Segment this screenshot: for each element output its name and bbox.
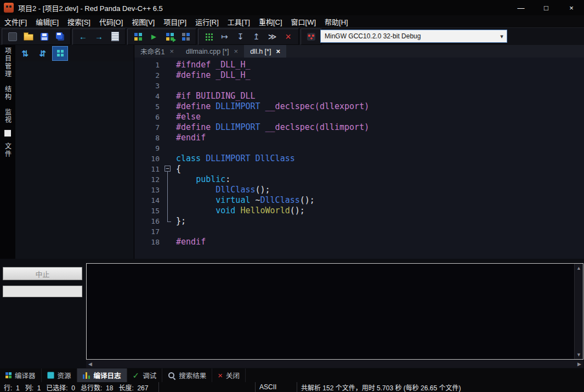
close-button[interactable]: × bbox=[559, 0, 584, 15]
step-over-icon: ↦ bbox=[221, 32, 228, 41]
debug-button[interactable] bbox=[201, 30, 217, 43]
menu-item-window[interactable]: 窗口[W] bbox=[287, 15, 321, 27]
menu-item-edit[interactable]: 编辑[E] bbox=[31, 15, 63, 27]
bottom-tab-compile-log[interactable]: 编译日志 bbox=[77, 368, 127, 382]
bottom-tab-label: 搜索结果 bbox=[179, 370, 206, 380]
line-number: 1 bbox=[134, 60, 163, 70]
menu-item-code[interactable]: 代码[O] bbox=[95, 15, 127, 27]
scroll-down-icon[interactable]: ▼ bbox=[576, 352, 581, 357]
compiler-selector[interactable]: MinGW GCC10.2.0 32-bit Debug ▾ bbox=[320, 30, 507, 43]
toolbar-group: ↦↧↥≫× bbox=[198, 29, 299, 45]
menu-item-file[interactable]: 文件[F] bbox=[0, 15, 31, 27]
vertical-scrollbar[interactable]: ▲ ▼ bbox=[574, 264, 583, 359]
fold-toggle-icon[interactable] bbox=[163, 164, 176, 174]
menu-item-refactor[interactable]: 重构[C] bbox=[254, 15, 287, 27]
save-icon bbox=[41, 33, 48, 41]
compile-log-output[interactable]: ▲ ▼ bbox=[86, 263, 583, 360]
compile-button[interactable] bbox=[130, 30, 146, 43]
side-tab-watch[interactable]: 监视 bbox=[3, 109, 13, 124]
continue-button[interactable]: ≫ bbox=[264, 30, 280, 43]
line-number: 8 bbox=[134, 133, 163, 143]
profiler-icon bbox=[307, 33, 315, 41]
redo-button[interactable]: → bbox=[91, 30, 107, 43]
code-line: 13 DllClass(); bbox=[134, 185, 584, 195]
maximize-button[interactable]: □ bbox=[534, 0, 559, 15]
reformat-button[interactable] bbox=[107, 30, 123, 43]
step-out-button[interactable]: ↥ bbox=[248, 30, 264, 43]
window-controls: — □ × bbox=[508, 0, 584, 15]
close-icon: × bbox=[218, 371, 223, 379]
project-tree[interactable] bbox=[15, 61, 134, 259]
menu-item-help[interactable]: 帮助[H] bbox=[320, 15, 353, 27]
horizontal-scrollbar[interactable]: ◀ ▶ bbox=[86, 360, 583, 368]
menu-item-view[interactable]: 视图[V] bbox=[127, 15, 159, 27]
open-file-button[interactable] bbox=[20, 30, 36, 43]
code-line: 15 void HelloWorld(); bbox=[134, 206, 584, 216]
save-all-button[interactable] bbox=[52, 30, 68, 43]
tab-close-icon[interactable]: × bbox=[169, 47, 174, 55]
line-number: 11 bbox=[134, 164, 163, 174]
tab-close-icon[interactable]: × bbox=[234, 47, 239, 55]
profiler-button[interactable] bbox=[303, 30, 319, 43]
scroll-up-icon[interactable]: ▲ bbox=[576, 265, 581, 271]
editor-tab-label: dllmain.cpp [*] bbox=[186, 48, 229, 55]
code-line: 5#define DLLIMPORT __declspec(dllexport) bbox=[134, 101, 584, 112]
sort-alphabetical-button[interactable]: ⇵ bbox=[35, 46, 50, 61]
run-button[interactable]: ► bbox=[146, 30, 162, 43]
line-number: 15 bbox=[134, 206, 163, 216]
debug-icon bbox=[205, 33, 213, 41]
resources-icon bbox=[47, 372, 54, 379]
line-number: 12 bbox=[134, 174, 163, 185]
scroll-left-icon[interactable]: ◀ bbox=[88, 361, 92, 367]
bottom-tab-search-results[interactable]: 搜索结果 bbox=[162, 368, 212, 382]
code-text: public: bbox=[176, 174, 230, 185]
side-tab-project[interactable]: 项目管理 bbox=[3, 47, 13, 78]
undo-button[interactable]: ← bbox=[75, 30, 91, 43]
editor-tab-untitled1[interactable]: 未命名1× bbox=[134, 45, 180, 58]
menu-item-run[interactable]: 运行[R] bbox=[191, 15, 223, 27]
rebuild-button[interactable] bbox=[178, 30, 194, 43]
compile-run-button[interactable] bbox=[162, 30, 178, 43]
code-line: 6#else bbox=[134, 112, 584, 122]
code-line: 10class DLLIMPORT DllClass bbox=[134, 154, 584, 164]
abort-button[interactable]: 中止 bbox=[3, 267, 82, 280]
menu-item-tools[interactable]: 工具[T] bbox=[223, 15, 254, 27]
stop-button[interactable]: × bbox=[280, 30, 296, 43]
code-text: virtual ~DllClass(); bbox=[176, 195, 315, 206]
code-text: #define DLLIMPORT __declspec(dllimport) bbox=[176, 122, 369, 133]
step-into-button[interactable]: ↧ bbox=[233, 30, 248, 43]
bottom-tab-debug[interactable]: ✓调试 bbox=[127, 368, 163, 382]
new-project-button[interactable] bbox=[4, 30, 20, 43]
menu-item-search[interactable]: 搜索[S] bbox=[63, 15, 95, 27]
tab-close-icon[interactable]: × bbox=[276, 47, 280, 55]
save-button[interactable] bbox=[36, 30, 52, 43]
save-all-icon bbox=[56, 32, 63, 39]
minimize-button[interactable]: — bbox=[508, 0, 534, 15]
status-encoding: ASCII bbox=[256, 382, 297, 392]
sort-by-type-button[interactable]: ⇅ bbox=[17, 46, 33, 61]
scroll-right-icon[interactable]: ▶ bbox=[577, 361, 581, 367]
editor-tab-dll-h[interactable]: dll.h [*]× bbox=[244, 45, 286, 58]
side-tab-structure[interactable]: 结构 bbox=[3, 86, 13, 101]
line-number: 14 bbox=[134, 195, 163, 206]
classic-view-button[interactable] bbox=[52, 46, 68, 61]
bottom-tab-close[interactable]: ×关闭 bbox=[212, 368, 246, 382]
code-text: void HelloWorld(); bbox=[176, 206, 305, 216]
menu-item-project[interactable]: 项目[P] bbox=[159, 15, 191, 27]
code-editor[interactable]: 1#ifndef _DLL_H_2#define _DLL_H_34#if BU… bbox=[134, 58, 584, 259]
code-text: { bbox=[176, 164, 181, 174]
step-over-button[interactable]: ↦ bbox=[217, 30, 233, 43]
code-line: 3 bbox=[134, 81, 584, 91]
editor-tab-dllmain-cpp[interactable]: dllmain.cpp [*]× bbox=[180, 45, 244, 58]
code-line: 18#endif bbox=[134, 237, 584, 247]
bottom-tab-resources[interactable]: 资源 bbox=[42, 368, 77, 382]
bottom-tab-compiler[interactable]: 编译器 bbox=[0, 368, 42, 382]
code-line: 12 public: bbox=[134, 174, 584, 185]
app-icon bbox=[4, 3, 14, 13]
title-bar: 项目2 - [项目2.dev] - Red Panda Dev-C++ 6.5 … bbox=[0, 0, 584, 15]
fold-gutter bbox=[163, 122, 176, 133]
line-number: 9 bbox=[134, 143, 163, 154]
side-tab-files[interactable]: 文件 bbox=[3, 143, 13, 158]
fold-gutter bbox=[163, 112, 176, 122]
step-into-icon: ↧ bbox=[237, 32, 244, 41]
